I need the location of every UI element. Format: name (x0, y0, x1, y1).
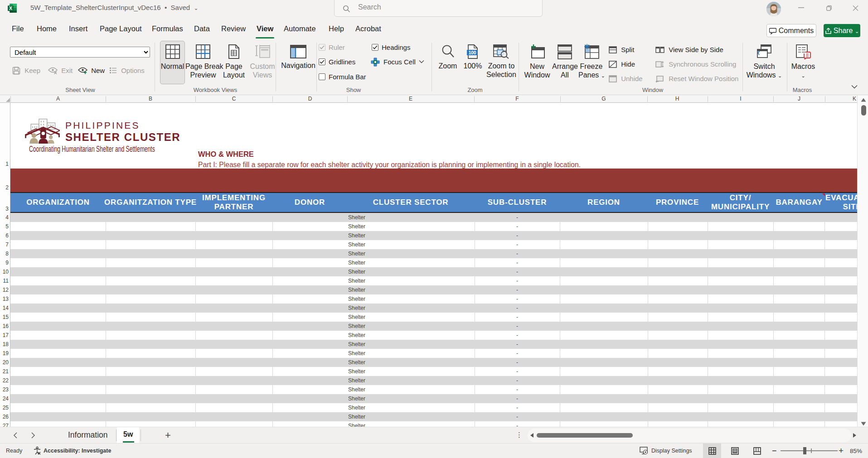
svg-text:100: 100 (469, 50, 476, 55)
svg-text:X: X (9, 5, 12, 11)
